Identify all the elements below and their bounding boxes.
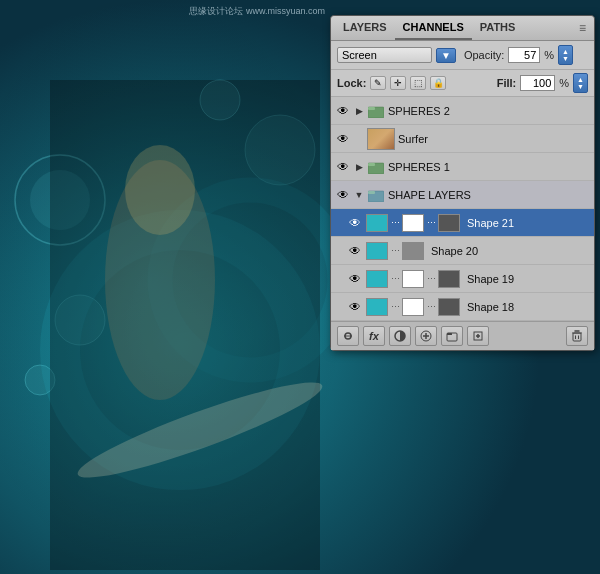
lock-row: Lock: ✎ ✛ ⬚ 🔒 Fill: 100 % ▲▼ [331, 70, 594, 97]
thumbnail-shape20-color [366, 242, 388, 260]
svg-rect-17 [368, 163, 375, 166]
thumbnail-surfer [367, 128, 395, 150]
opacity-unit: % [544, 49, 554, 61]
thumbnail-shape21-vector [438, 214, 460, 232]
watermark: 思缘设计论坛 www.missyuan.com [189, 5, 325, 18]
delete-layer-button[interactable] [566, 326, 588, 346]
visibility-shape19[interactable]: 👁 [347, 271, 363, 287]
thumbnail-shape19-color [366, 270, 388, 288]
layer-shape19-name: Shape 19 [467, 273, 590, 285]
thumbnail-shape19-mask [402, 270, 424, 288]
visibility-shape18[interactable]: 👁 [347, 299, 363, 315]
chain-shape19[interactable]: ⋯ [389, 271, 401, 287]
thumbnail-shape18-color [366, 298, 388, 316]
layer-shape20-name: Shape 20 [431, 245, 590, 257]
tab-paths[interactable]: PATHS [472, 16, 524, 40]
panel-tabs: LAYERS CHANNELS PATHS ≡ [331, 16, 594, 41]
visibility-shape-layers[interactable]: 👁 [335, 187, 351, 203]
expand-spheres2[interactable]: ▶ [354, 103, 364, 119]
layer-surfer[interactable]: 👁 Surfer [331, 125, 594, 153]
thumb-row-shape19: ⋯ ⋯ [366, 270, 460, 288]
thumb-row-shape20: ⋯ [366, 242, 424, 260]
chain2-shape21[interactable]: ⋯ [425, 215, 437, 231]
blend-opacity-row: Screen ▼ Opacity: 57 % ▲▼ [331, 41, 594, 70]
layer-surfer-name: Surfer [398, 133, 590, 145]
layer-shape-layers-name: SHAPE LAYERS [388, 189, 590, 201]
thumbnail-shape19-vector [438, 270, 460, 288]
layer-shape21-name: Shape 21 [467, 217, 590, 229]
layer-spheres1-name: SPHERES 1 [388, 161, 590, 173]
visibility-shape20[interactable]: 👁 [347, 243, 363, 259]
blend-mode-select[interactable]: Screen [337, 47, 432, 63]
visibility-spheres1[interactable]: 👁 [335, 159, 351, 175]
opacity-stepper[interactable]: ▲▼ [558, 45, 573, 65]
layer-shape18[interactable]: 👁 ⋯ ⋯ Shape 18 [331, 293, 594, 321]
lock-all-icon[interactable]: 🔒 [430, 76, 446, 90]
opacity-input[interactable]: 57 [508, 47, 540, 63]
folder-shape-layers-icon [367, 187, 385, 203]
lock-draw-icon[interactable]: ✎ [370, 76, 386, 90]
visibility-spheres2[interactable]: 👁 [335, 103, 351, 119]
fill-input[interactable]: 100 [520, 75, 555, 91]
layers-bottom-toolbar: fx [331, 321, 594, 350]
new-adjustment-button[interactable] [415, 326, 437, 346]
thumbnail-shape20-mask [402, 242, 424, 260]
svg-rect-19 [368, 191, 375, 194]
tab-layers[interactable]: LAYERS [335, 16, 395, 40]
layer-shape19[interactable]: 👁 ⋯ ⋯ Shape 19 [331, 265, 594, 293]
tab-channels[interactable]: CHANNELS [395, 16, 472, 40]
visibility-surfer[interactable]: 👁 [335, 131, 351, 147]
layer-shape20[interactable]: 👁 ⋯ Shape 20 [331, 237, 594, 265]
lock-move-icon[interactable]: ✛ [390, 76, 406, 90]
expand-spheres1[interactable]: ▶ [354, 159, 364, 175]
new-layer-button[interactable] [467, 326, 489, 346]
add-style-button[interactable]: fx [363, 326, 385, 346]
lock-label: Lock: [337, 77, 366, 89]
svg-rect-30 [573, 333, 581, 341]
folder-spheres1-icon [367, 159, 385, 175]
chain-shape20[interactable]: ⋯ [389, 243, 401, 259]
layer-shape21[interactable]: 👁 ⋯ ⋯ Shape 21 [331, 209, 594, 237]
chain2-shape19[interactable]: ⋯ [425, 271, 437, 287]
layer-shape-layers-group[interactable]: 👁 ▼ SHAPE LAYERS [331, 181, 594, 209]
svg-rect-26 [447, 333, 452, 335]
chain-shape21[interactable]: ⋯ [389, 215, 401, 231]
chain-shape18[interactable]: ⋯ [389, 299, 401, 315]
expand-shape-layers[interactable]: ▼ [354, 187, 364, 203]
visibility-shape21[interactable]: 👁 [347, 215, 363, 231]
opacity-label: Opacity: [464, 49, 504, 61]
folder-spheres2-icon [367, 103, 385, 119]
fx-label: fx [369, 330, 379, 342]
lock-image-icon[interactable]: ⬚ [410, 76, 426, 90]
panel-menu-icon[interactable]: ≡ [575, 17, 590, 39]
layer-shape18-name: Shape 18 [467, 301, 590, 313]
thumbnail-shape21-color [366, 214, 388, 232]
thumb-row-shape21: ⋯ ⋯ [366, 214, 460, 232]
thumbnail-shape18-vector [438, 298, 460, 316]
layers-list: 👁 ▶ SPHERES 2 👁 Surfer 👁 ▶ [331, 97, 594, 321]
thumb-row-shape18: ⋯ ⋯ [366, 298, 460, 316]
chain2-shape18[interactable]: ⋯ [425, 299, 437, 315]
layer-spheres2[interactable]: 👁 ▶ SPHERES 2 [331, 97, 594, 125]
blend-mode-arrow[interactable]: ▼ [436, 48, 456, 63]
thumbnail-shape21-mask [402, 214, 424, 232]
thumbnail-shape18-mask [402, 298, 424, 316]
layer-spheres2-name: SPHERES 2 [388, 105, 590, 117]
layers-panel: LAYERS CHANNELS PATHS ≡ Screen ▼ Opacity… [330, 15, 595, 351]
svg-rect-15 [368, 107, 375, 110]
new-group-button[interactable] [441, 326, 463, 346]
add-mask-button[interactable] [389, 326, 411, 346]
link-layers-button[interactable] [337, 326, 359, 346]
fill-stepper[interactable]: ▲▼ [573, 73, 588, 93]
fill-label: Fill: [497, 77, 517, 89]
layer-spheres1[interactable]: 👁 ▶ SPHERES 1 [331, 153, 594, 181]
svg-point-13 [125, 145, 195, 235]
fill-unit: % [559, 77, 569, 89]
